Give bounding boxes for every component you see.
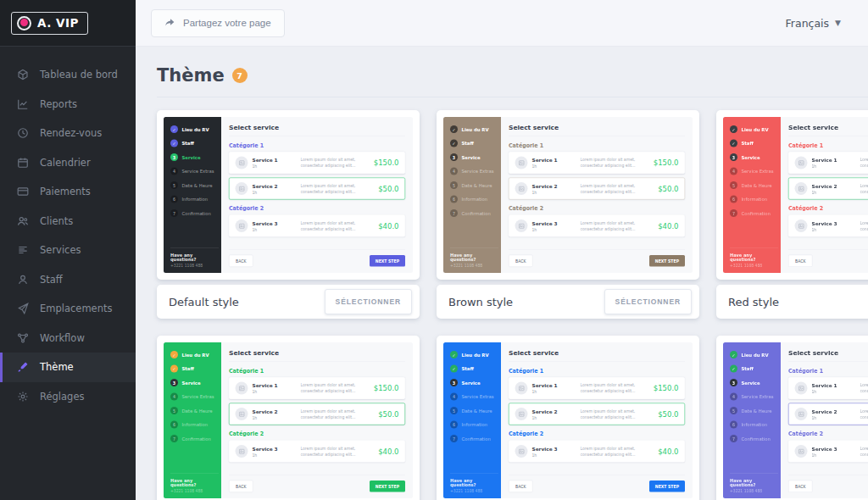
main-area: Partagez votre page Français ▼ Thème 7 ✓…	[136, 0, 868, 500]
step-label: Information	[462, 197, 488, 202]
step-label: Service	[462, 381, 481, 386]
theme-card-0: ✓ Lieu du RV ✓ Staff 3 Service 4 Service…	[157, 110, 420, 319]
service-avatar	[236, 408, 248, 420]
preview-footer: Have any questions? +3221 1108 488	[450, 474, 498, 499]
service-description: Lorem ipsum dolor sit amet, consectetur …	[301, 408, 372, 419]
service-row: Service 1 1h Lorem ipsum dolor sit amet,…	[788, 152, 868, 174]
service-avatar	[795, 445, 808, 458]
step-item: 6 Information	[170, 196, 219, 203]
step-circle: 4	[170, 168, 178, 175]
preview-buttons: BACK NEXT STEP	[509, 249, 685, 267]
service-name: Service 3	[253, 446, 297, 452]
step-circle: ✓	[170, 140, 178, 147]
step-label: Information	[462, 422, 488, 427]
service-name: Service 3	[812, 446, 856, 452]
service-name: Service 1	[812, 157, 856, 163]
service-name: Service 1	[532, 157, 576, 163]
step-item: 7 Confirmation	[450, 209, 498, 217]
service-row: Service 2 1h Lorem ipsum dolor sit amet,…	[788, 178, 868, 200]
sidebar-item-workflow[interactable]: Workflow	[0, 324, 136, 353]
category-label: Catégorie 2	[509, 205, 685, 212]
step-label: Information	[742, 422, 768, 427]
share-page-button[interactable]: Partagez votre page	[151, 9, 285, 37]
step-circle: 6	[450, 196, 458, 203]
step-label: Date & Heure	[182, 408, 213, 414]
sidebar-item-calendar[interactable]: Calendrier	[0, 148, 136, 178]
step-circle: 7	[730, 209, 737, 217]
service-row: Service 3 1h Lorem ipsum dolor sit amet,…	[229, 215, 405, 237]
select-theme-button[interactable]: SÉLECTIONNER	[604, 289, 692, 314]
service-avatar	[515, 219, 528, 232]
preview-title: Select service	[509, 124, 685, 136]
step-item: ✓ Lieu du RV	[730, 125, 778, 133]
step-circle: 7	[450, 435, 458, 442]
share-label: Partagez votre page	[183, 18, 271, 28]
select-theme-button[interactable]: SÉLECTIONNER	[325, 289, 412, 314]
theme-preview: ✓ Lieu du RV ✓ Staff 3 Service 4 Service…	[437, 336, 699, 500]
next-step-button: NEXT STEP	[370, 255, 405, 267]
service-avatar	[795, 382, 808, 395]
preview-body: Catégorie 1 Service 1 1h Lorem ipsum dol…	[229, 362, 405, 466]
service-name: Service 3	[532, 220, 576, 226]
preview-buttons: BACK NEXT STEP	[788, 249, 868, 267]
preview-title: Select service	[788, 124, 868, 136]
step-label: Date & Heure	[742, 408, 772, 414]
step-circle: 6	[730, 196, 737, 203]
step-label: Service Extras	[462, 394, 494, 399]
service-duration: 1h	[812, 227, 856, 231]
service-duration: 1h	[532, 190, 576, 194]
content: Thème 7 ✓ Lieu du RV ✓ Staff 3 Service 4…	[136, 47, 868, 500]
sidebar-item-location[interactable]: Emplacements	[0, 294, 136, 324]
sidebar-item-brush[interactable]: Thème	[0, 353, 136, 382]
service-row: Service 2 1h Lorem ipsum dolor sit amet,…	[229, 403, 405, 425]
preview-buttons: BACK NEXT STEP	[509, 475, 685, 492]
step-label: Lieu du RV	[742, 353, 769, 358]
preview-steps-panel: ✓ Lieu du RV ✓ Staff 3 Service 4 Service…	[443, 342, 501, 498]
service-description: Lorem ipsum dolor sit amet, consectetur …	[301, 157, 367, 169]
service-duration: 1h	[253, 190, 297, 194]
service-duration: 1h	[532, 164, 576, 169]
sidebar-item-reports[interactable]: Reports	[0, 90, 136, 119]
step-circle: ✓	[730, 365, 737, 373]
service-price: $40.0	[658, 222, 678, 231]
step-circle: 6	[450, 421, 458, 429]
step-circle: 3	[730, 379, 737, 386]
sidebar-item-person[interactable]: Staff	[0, 265, 136, 295]
sidebar-item-clock[interactable]: Rendez-vous	[0, 119, 136, 148]
step-item: 4 Service Extras	[450, 168, 498, 175]
sidebar-item-label: Tableau de bord	[40, 69, 118, 81]
step-label: Information	[742, 197, 768, 202]
page-head: Thème 7	[157, 65, 868, 86]
step-label: Confirmation	[462, 436, 491, 442]
sidebar-item-list[interactable]: Services	[0, 236, 136, 265]
sidebar-item-label: Réglages	[40, 391, 84, 403]
service-avatar	[236, 219, 248, 232]
sidebar-item-card[interactable]: Paiements	[0, 177, 136, 207]
steps-list: ✓ Lieu du RV ✓ Staff 3 Service 4 Service…	[170, 125, 219, 224]
service-name: Service 3	[812, 220, 856, 226]
themes-grid: ✓ Lieu du RV ✓ Staff 3 Service 4 Service…	[157, 110, 868, 500]
questions-text: Have any questions?	[450, 253, 497, 262]
preview-main: Select service Catégorie 1 Service 1 1h …	[221, 117, 413, 273]
service-avatar	[515, 157, 528, 169]
language-label: Français	[786, 17, 830, 30]
sidebar-item-dashboard[interactable]: Tableau de bord	[0, 60, 136, 90]
step-item: 3 Service	[170, 153, 219, 161]
sidebar-item-users[interactable]: Clients	[0, 207, 136, 236]
category-label: Catégorie 1	[229, 142, 405, 149]
steps-list: ✓ Lieu du RV ✓ Staff 3 Service 4 Service…	[450, 125, 498, 224]
sidebar-item-label: Emplacements	[40, 303, 112, 314]
chevron-down-icon: ▼	[835, 19, 841, 27]
preview-steps-panel: ✓ Lieu du RV ✓ Staff 3 Service 4 Service…	[164, 117, 221, 273]
step-circle: 4	[450, 168, 458, 175]
service-price: $50.0	[658, 410, 678, 419]
language-selector[interactable]: Français ▼	[786, 17, 841, 30]
image-icon	[518, 448, 525, 455]
service-avatar	[236, 157, 248, 169]
sidebar-item-gear[interactable]: Réglages	[0, 382, 136, 412]
step-circle: 5	[450, 407, 458, 414]
service-row: Service 1 1h Lorem ipsum dolor sit amet,…	[788, 377, 868, 399]
theme-card-2: ✓ Lieu du RV ✓ Staff 3 Service 4 Service…	[716, 110, 868, 319]
location-icon	[17, 303, 30, 315]
service-description: Lorem ipsum dolor sit amet, consectetur …	[860, 408, 868, 419]
